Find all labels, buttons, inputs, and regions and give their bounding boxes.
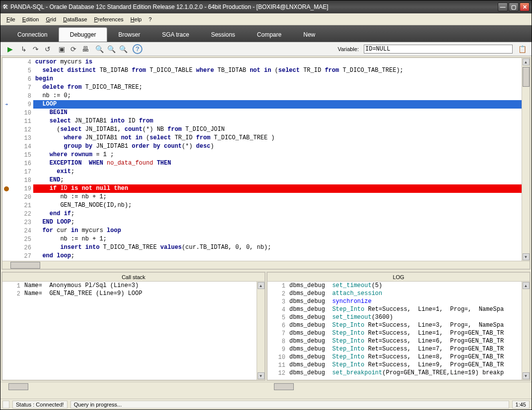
statusbar: Status : Connected! Query in progress...… [0,399,532,410]
code-line[interactable]: END; [33,176,522,184]
status-connected: Status : Connected! [12,401,67,409]
code-line[interactable]: LOOP [33,100,522,109]
tab-sessions[interactable]: Sessions [200,28,246,42]
callstack-body[interactable]: Name= Anonymous Pl/Sql (Line=3)Name= GEN… [22,282,257,380]
step-out-icon[interactable]: ↺ [43,45,52,54]
status-query: Query in progress... [70,401,509,409]
run-icon[interactable]: ▶ [5,45,14,54]
tab-debugger[interactable]: Debugger [59,27,108,42]
code-line[interactable]: group by JN_IDTAB1 order by count(*) des… [33,142,522,151]
status-indicator [2,401,9,409]
code-line[interactable]: where JN_IDTAB1 not in (select TR_ID fro… [33,134,522,142]
menu-file[interactable]: File [3,15,18,23]
menu-preferences[interactable]: Preferences [91,15,127,23]
code-body[interactable]: cursor mycurs is select distinct TB_IDTA… [33,58,522,261]
log-body[interactable]: dbms_debug set_timeout(5)dbms_debug atta… [287,282,522,380]
log-row[interactable]: dbms_debug Step_Into Ret=Success, Line=1… [287,329,522,337]
log-panel: LOG 123456789101112 dbms_debug set_timeo… [266,272,531,381]
code-line[interactable]: select distinct TB_IDTAB from T_DICO_TAB… [33,66,522,75]
code-line[interactable]: for cur in mycurs loop [33,227,522,235]
code-editor[interactable]: 456789➔101112131415161718192021222324252… [2,58,530,261]
code-line[interactable]: cursor mycurs is [33,58,522,66]
log-row[interactable]: dbms_debug set_timeout(5) [287,282,522,290]
callstack-title: Call stack [2,273,265,282]
copy-icon[interactable]: 📋 [518,45,527,54]
variable-label: Variable: [337,46,359,52]
tab-connection[interactable]: Connection [6,28,59,42]
log-gutter: 123456789101112 [267,282,287,380]
find-icon[interactable]: 🔍 [95,45,104,54]
variable-input[interactable] [364,45,513,54]
scroll-up-icon[interactable]: ▲ [523,59,530,65]
scroll-down-icon[interactable]: ▼ [523,253,530,260]
code-line[interactable]: begin [33,75,522,83]
code-line[interactable]: BEGIN [33,109,522,117]
print-icon[interactable]: 🖶 [81,45,90,54]
code-line[interactable]: GEN_TAB_NODE(ID,nb); [33,201,522,210]
log-vscroll[interactable]: ▲▼ [522,282,530,380]
code-line[interactable]: EXCEPTION WHEN no_data_found THEN [33,159,522,168]
step-into-icon[interactable]: ↳ [19,45,28,54]
tab-compare[interactable]: Compare [246,28,292,42]
menu-help[interactable]: Help [128,15,145,23]
tabbar: Connection Debugger Browser SGA trace Se… [0,25,532,42]
log-row[interactable]: dbms_debug Step_Into Ret=Success, Line=9… [287,361,522,369]
code-line[interactable]: insert into T_DICO_TAB_TREE values(cur.T… [33,243,522,252]
code-line[interactable]: nb := 0; [33,92,522,100]
code-line[interactable]: (select JN_IDTAB1, count(*) NB from T_DI… [33,125,522,134]
log-row[interactable]: dbms_debug Step_Into Ret=Success, Line=7… [287,345,522,353]
refresh-icon[interactable]: ⟳ [69,45,78,54]
help-icon[interactable]: ? [133,44,142,54]
window-title: PANDA-SQL - Oracle Database 12c Standard… [10,3,498,10]
log-row[interactable]: dbms_debug Step_Into Ret=Success, Line=8… [287,353,522,361]
callstack-vscroll[interactable]: ▲▼ [257,282,265,380]
bottom-hscroll[interactable] [0,382,532,391]
callstack-row[interactable]: Name= Anonymous Pl/Sql (Line=3) [22,282,257,290]
close-button[interactable]: ✕ [520,2,530,11]
log-row[interactable]: dbms_debug Step_Into Ret=Success, Line=3… [287,321,522,329]
code-line[interactable]: nb := nb + 1; [33,193,522,201]
code-line[interactable]: select JN_IDTAB1 into ID from [33,117,522,125]
stop-icon[interactable]: ▣ [57,45,66,54]
toolbar: ▶ ↳ ↷ ↺ ▣ ⟳ 🖶 🔍 🔍 🔍 ? Variable: 📋 [0,42,532,56]
menu-edition[interactable]: Edition [19,15,42,23]
tab-new[interactable]: New [292,28,326,42]
menu-grid[interactable]: Grid [43,15,59,23]
gutter: 456789➔101112131415161718192021222324252… [2,58,33,261]
menubar: File Edition Grid DataBase Preferences H… [0,13,532,25]
find-prev-icon[interactable]: 🔍 [107,45,116,54]
code-line[interactable]: END LOOP; [33,218,522,227]
status-time: 1:45 [512,401,530,409]
callstack-panel: Call stack 12 Name= Anonymous Pl/Sql (Li… [1,272,266,381]
code-line[interactable]: end if; [33,210,522,218]
tab-sga[interactable]: SGA trace [151,28,200,42]
log-row[interactable]: dbms_debug synchronize [287,297,522,305]
editor-hscroll[interactable] [2,261,530,269]
code-line[interactable]: exit; [33,168,522,176]
log-row[interactable]: dbms_debug Step_Into Ret=Success, Line=1… [287,305,522,313]
minimize-button[interactable]: — [498,2,508,11]
log-row[interactable]: dbms_debug Step_Into Ret=Success, Line=6… [287,337,522,345]
log-title: LOG [267,273,530,282]
code-line[interactable]: if ID is not null then [33,184,522,193]
code-line[interactable]: nb := nb + 1; [33,235,522,243]
menu-database[interactable]: DataBase [60,15,90,23]
menu-question[interactable]: ? [145,15,154,23]
step-over-icon[interactable]: ↷ [31,45,40,54]
callstack-gutter: 12 [2,282,22,380]
editor-vscroll[interactable]: ▲ ▼ [522,58,530,261]
find-next-icon[interactable]: 🔍 [119,45,128,54]
titlebar: 🛠 PANDA-SQL - Oracle Database 12c Standa… [0,0,532,13]
tab-browser[interactable]: Browser [107,28,151,42]
code-line[interactable]: delete from T_DICO_TAB_TREE; [33,83,522,92]
code-line[interactable]: where rownum = 1 ; [33,151,522,159]
maximize-button[interactable]: ▢ [509,2,519,11]
app-icon: 🛠 [2,3,8,10]
code-line[interactable]: end loop; [33,252,522,260]
log-row[interactable]: dbms_debug set_breakpoint(Prog=GEN_TAB_T… [287,369,522,377]
log-row[interactable]: dbms_debug set_timeout(3600) [287,313,522,321]
callstack-row[interactable]: Name= GEN_TAB_TREE (Line=9) LOOP [22,290,257,297]
log-row[interactable]: dbms_debug attach_session [287,290,522,297]
